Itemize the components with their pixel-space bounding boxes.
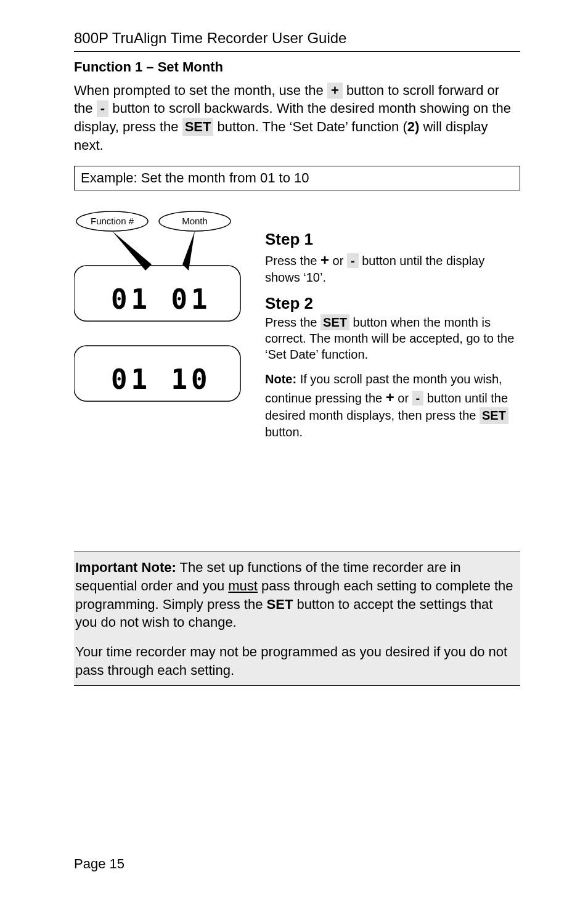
step1-text-a: Press the: [265, 254, 321, 267]
step2-body: Press the SET button when the month is c…: [265, 314, 520, 362]
step2-title: Step 2: [265, 294, 520, 313]
step1-title: Step 1: [265, 230, 520, 249]
header-title: 800P TruAlign Time Recorder User Guide: [74, 30, 520, 47]
display-diagram-svg: Function # Month 01 01 01 10: [74, 210, 259, 407]
callout-month-label: Month: [182, 216, 208, 226]
steps-column: Step 1 Press the + or - button until the…: [259, 205, 520, 441]
important-text-d: Your time recorder may not be programmed…: [75, 643, 515, 679]
note-plus: +: [386, 389, 394, 406]
step1-minus: -: [347, 253, 359, 268]
svg-marker-3: [182, 231, 195, 271]
note-or: or: [394, 391, 412, 405]
intro-text-1: When prompted to set the month, use the: [74, 83, 327, 98]
step1-body: Press the + or - button until the displa…: [265, 250, 520, 285]
intro-text-4: button. The ‘Set Date’ function (: [213, 119, 407, 134]
step1-or: or: [329, 254, 347, 267]
important-set: SET: [267, 597, 293, 612]
important-label: Important Note:: [75, 560, 176, 575]
example-box: Example: Set the month from 01 to 10: [74, 166, 520, 190]
set-button-ref: SET: [182, 118, 214, 136]
step2-text-a: Press the: [265, 316, 321, 329]
columns: Function # Month 01 01 01 10 Step 1 Pres…: [74, 205, 520, 441]
page: 800P TruAlign Time Recorder User Guide F…: [0, 0, 588, 909]
important-note-box: Important Note: The set up functions of …: [74, 552, 520, 686]
note-label: Note:: [265, 372, 296, 386]
section-heading: Function 1 – Set Month: [74, 59, 520, 75]
intro-paragraph: When prompted to set the month, use the …: [74, 81, 520, 155]
callout-function-label: Function #: [91, 216, 134, 226]
display-before-text: 01 01: [111, 283, 211, 315]
minus-button-ref: -: [97, 100, 108, 116]
important-must: must: [228, 578, 258, 593]
note-set: SET: [480, 407, 508, 424]
note-text-c: button.: [265, 425, 303, 439]
note-body: Note: If you scroll past the month you w…: [265, 371, 520, 441]
intro-bold-2: 2): [407, 119, 420, 134]
header-rule: [74, 51, 520, 52]
diagram-column: Function # Month 01 01 01 10: [74, 205, 259, 410]
display-after-text: 01 10: [111, 364, 211, 395]
step2-set: SET: [321, 314, 349, 330]
page-number: Page 15: [74, 856, 125, 872]
svg-marker-2: [112, 231, 152, 271]
plus-button-ref: +: [327, 83, 343, 99]
step1-plus: +: [321, 251, 329, 268]
note-minus: -: [412, 391, 424, 406]
